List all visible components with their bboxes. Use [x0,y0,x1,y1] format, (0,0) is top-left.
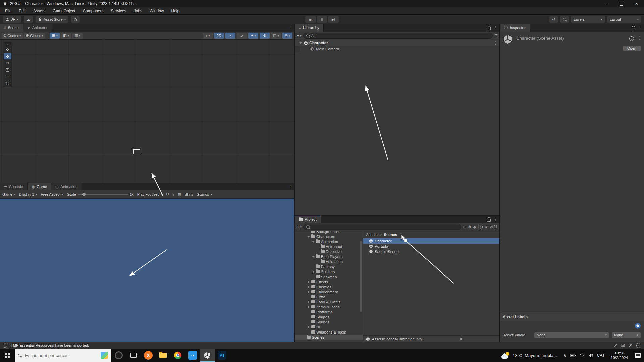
asset-import-icon[interactable]: ✱ [468,225,472,229]
tree-folder[interactable]: Environment [295,289,363,294]
scene-lighting-toggle[interactable]: ☼ [225,33,235,39]
tree-folder[interactable]: Weapons & Tools [295,329,363,335]
start-button[interactable] [0,349,15,362]
menu-jobs[interactable]: Jobs [130,9,146,13]
tree-folder[interactable]: Shapes [295,314,363,319]
hierarchy-picker-icon[interactable]: ⊡ [494,33,498,38]
game-audio-button[interactable]: ♪ [173,192,175,196]
hierarchy-search-input[interactable]: All [303,33,493,39]
asset-labels-header[interactable]: Asset Labels [500,313,644,321]
file-row-portada[interactable]: Portada [363,244,499,249]
project-add-button[interactable]: +▾ [297,224,302,230]
tray-expand-icon[interactable]: ∧ [563,353,566,358]
hierarchy-item-main-camera[interactable]: Main Camera [295,46,499,52]
expander-icon[interactable] [299,41,302,45]
wifi-icon[interactable] [580,353,585,357]
menu-help[interactable]: Help [168,9,183,13]
scene-audio-toggle[interactable]: ♪ [237,33,247,39]
tab-scene[interactable]: #Scene [0,24,23,32]
notification-center-button[interactable] [631,349,644,362]
scale-slider[interactable] [78,194,128,195]
game-menu-icon[interactable]: ⋮ [288,184,292,189]
effects-dropdown[interactable]: ✦▾ [248,33,258,39]
tab-project[interactable]: Project [295,216,321,223]
menu-assets[interactable]: Assets [30,9,49,13]
tab-inspector[interactable]: ⓘInspector [500,24,530,32]
assetbundle-dropdown[interactable]: None▾ [534,332,609,338]
tab-game[interactable]: ◉Game [28,183,51,190]
vsync-button[interactable]: ▦ [178,192,181,196]
favorites-icon[interactable]: ★ [484,225,488,229]
tree-folder[interactable]: Blob Players [295,254,363,259]
scene-camera-dropdown[interactable]: ◫▾ [271,33,281,39]
thumbnail-size-thumb[interactable] [460,338,462,340]
rect-tool[interactable]: ▭ [4,73,11,79]
snap-settings-button[interactable]: ◧▾ [61,33,71,39]
lock-icon[interactable] [632,27,635,30]
tree-folder[interactable]: Effects [295,279,363,284]
shading-mode-dropdown[interactable]: ◐▾ [203,33,213,39]
tab-console[interactable]: ≣Console [0,183,28,190]
taskbar-search-input[interactable] [24,353,98,358]
cache-disabled-icon[interactable]: ▤ [621,343,625,348]
file-row-samplescene[interactable]: SampleScene [363,249,499,254]
lock-icon[interactable] [487,27,491,30]
progress-ok-icon[interactable]: ✓ [636,343,641,348]
minimize-button[interactable]: – [599,0,614,7]
project-search-input[interactable] [303,224,462,230]
hand-tool[interactable]: ✛ [4,46,11,53]
tree-folder[interactable]: Astronaut [295,244,363,249]
hidden-count[interactable]: ⊘21 [490,225,498,229]
keyboard-layout[interactable]: CAT [597,353,605,358]
breadcrumb-assets[interactable]: Assets [366,233,378,237]
assetbundle-variant-dropdown[interactable]: None▾ [612,332,641,338]
display-target-dropdown[interactable]: Game▾ [2,192,16,196]
tree-folder-scenes[interactable]: Scenes [295,335,363,340]
tab-animator[interactable]: ➤Animator [23,24,52,32]
focus-mode-dropdown[interactable]: Play Focused▾ [137,192,163,196]
taskbar-clock[interactable]: 13:58 19/2/2024 [607,351,631,360]
breadcrumb-scenes[interactable]: Scenes [384,233,397,237]
tree-folder[interactable]: Stickman [295,274,363,279]
handle-rotation-dropdown[interactable]: ⊕Global▾ [24,33,45,39]
tab-animation[interactable]: ◷Animation [51,183,82,190]
taskbar-app-xampp[interactable]: X [141,349,156,362]
game-viewport[interactable] [0,199,294,342]
label-icon[interactable]: ◆ [473,225,476,229]
open-in-new-icon[interactable]: ⊡ [463,225,466,229]
tree-folder[interactable]: Extra [295,294,363,299]
tree-folder[interactable]: UI [295,324,363,329]
hierarchy-scene-root[interactable]: Character ⋮ [295,40,499,46]
scale-slider-thumb[interactable] [82,193,86,196]
snap-increment-button[interactable]: ▥▾ [72,33,83,39]
notifications-muted-icon[interactable]: ♫ [614,343,617,348]
add-label-button[interactable] [635,323,641,329]
move-tool[interactable]: ✜ [4,53,11,59]
scale-tool[interactable]: ◳ [4,66,11,73]
grid-snapping-toggle[interactable]: ▦▾ [50,33,60,39]
task-view-button[interactable] [126,349,141,362]
taskbar-app-photoshop[interactable]: Ps [215,349,229,362]
open-button[interactable]: Open [623,46,641,51]
speaker-icon[interactable] [588,353,593,357]
2d-mode-toggle[interactable]: 2D [214,33,224,39]
alert-icon[interactable]: ! [478,225,483,229]
tree-folder[interactable]: Soldiers [295,269,363,274]
tree-scrollbar[interactable] [360,241,362,312]
stats-button[interactable]: Stats [185,192,193,196]
tree-folder[interactable]: Items & Icons [295,304,363,309]
project-menu-icon[interactable]: ⋮ [493,217,497,222]
taskbar-app-chrome[interactable] [170,349,185,362]
search-highlight-icon[interactable] [101,352,108,359]
menu-component[interactable]: Component [79,9,107,13]
tree-folder[interactable]: Enemies [295,284,363,289]
device-simulator-button[interactable]: ⚙ [166,192,169,196]
scene-viewport[interactable]: ≡ ✛ ✜ ↻ ◳ ▭ ◎ [0,40,294,183]
rotate-tool[interactable]: ↻ [4,60,11,66]
tree-folder[interactable]: Animation [295,259,363,264]
menu-window[interactable]: Window [146,9,168,13]
menu-file[interactable]: File [1,9,15,13]
tree-folder[interactable]: Characters [295,234,363,239]
scene-menu-icon[interactable]: ⋮ [288,25,292,30]
inspector-options-icon[interactable]: ⋮ [637,36,641,40]
